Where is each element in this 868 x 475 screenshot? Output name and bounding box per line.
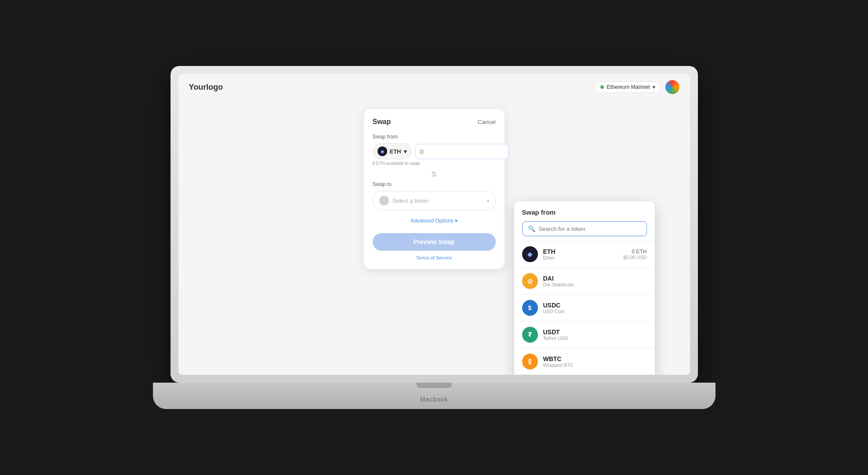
- network-chevron-icon: ▾: [653, 84, 655, 90]
- network-selector[interactable]: Ethereum Mainnet ▾: [595, 81, 661, 93]
- balance-usd: $0.00 USD: [623, 255, 647, 260]
- token-search-panel: Swap from 🔍 ◆ETHEther0 ETH$0.00 USD◎DAID…: [514, 201, 655, 375]
- token-symbol: USDT: [543, 329, 647, 336]
- preview-swap-button[interactable]: Preview Swap: [373, 233, 496, 251]
- token-symbol: USDC: [543, 302, 647, 309]
- token-icon: ◆: [522, 246, 538, 262]
- terms-link[interactable]: Terms of Service: [373, 255, 496, 260]
- token-list-item[interactable]: ₮USDTTether USD: [514, 321, 655, 348]
- balance-amount: 0 ETH: [623, 248, 647, 255]
- token-icon: ₿: [522, 354, 538, 369]
- token-icon: ₮: [522, 327, 538, 343]
- token-symbol: ETH: [543, 248, 618, 255]
- token-name: Ether: [543, 255, 618, 260]
- token-list-item[interactable]: ◆ETHEther0 ETH$0.00 USD: [514, 241, 655, 267]
- cancel-button[interactable]: Cancel: [478, 119, 495, 125]
- panel-header: Swap from 🔍: [514, 201, 655, 241]
- swap-from-row: ◆ ETH ▾: [373, 143, 496, 159]
- token-search-input[interactable]: [539, 226, 641, 232]
- network-label: Ethereum Mainnet: [607, 84, 650, 90]
- token-symbol: WBTC: [543, 355, 647, 362]
- app-logo: Yourlogo: [189, 83, 223, 92]
- swap-card-title: Swap: [373, 118, 391, 126]
- app-header: Yourlogo Ethereum Mainnet ▾: [178, 74, 690, 100]
- swap-card: Swap Cancel Swap from ◆ ETH ▾ 0 ETH avai…: [364, 109, 505, 269]
- token-name: Wrapped BTC: [543, 362, 647, 368]
- from-token-selector[interactable]: ◆ ETH ▾: [373, 143, 412, 159]
- available-balance-text: 0 ETH available to swap: [373, 161, 496, 166]
- advanced-options-button[interactable]: Advanced Options ▾: [410, 218, 458, 224]
- token-info: ETHEther: [543, 248, 618, 260]
- token-list-item[interactable]: ₿WBTCWrapped BTC: [514, 348, 655, 375]
- swap-to-section: Swap to Select a token ▾: [373, 181, 496, 210]
- amount-input[interactable]: [415, 144, 508, 159]
- app-screen: Yourlogo Ethereum Mainnet ▾ Swap: [178, 74, 690, 375]
- token-info: WBTCWrapped BTC: [543, 355, 647, 368]
- macbook-label: Macbook: [420, 396, 448, 403]
- header-right: Ethereum Mainnet ▾: [595, 80, 679, 94]
- token-icon: ◎: [522, 273, 538, 289]
- laptop-body: Yourlogo Ethereum Mainnet ▾ Swap: [171, 66, 698, 383]
- laptop-base: Macbook: [153, 383, 715, 409]
- laptop-wrapper: Yourlogo Ethereum Mainnet ▾ Swap: [171, 66, 698, 409]
- token-balance: 0 ETH$0.00 USD: [623, 248, 647, 260]
- to-token-selector[interactable]: Select a token ▾: [373, 191, 496, 210]
- panel-title: Swap from: [522, 208, 647, 216]
- token-symbol: DAI: [543, 275, 647, 282]
- search-input-wrapper: 🔍: [522, 221, 647, 236]
- user-avatar[interactable]: [665, 80, 679, 94]
- swap-to-label: Swap to: [373, 181, 496, 187]
- token-name: Dai Stablecoin: [543, 282, 647, 287]
- token-info: DAIDai Stablecoin: [543, 275, 647, 287]
- token-name: Tether USD: [543, 336, 647, 341]
- from-token-chevron-icon: ▾: [404, 148, 407, 155]
- token-placeholder-icon: [379, 196, 389, 205]
- token-name: USD Coin: [543, 309, 647, 314]
- network-status-dot: [600, 85, 604, 89]
- swap-direction-icon: ⇅: [373, 170, 496, 179]
- swap-card-header: Swap Cancel: [373, 118, 496, 126]
- token-list-item[interactable]: $USDCUSD Coin: [514, 294, 655, 321]
- advanced-options-section: Advanced Options ▾: [373, 216, 496, 224]
- laptop-notch: [417, 383, 452, 388]
- laptop-screen: Yourlogo Ethereum Mainnet ▾ Swap: [178, 74, 690, 375]
- token-info: USDCUSD Coin: [543, 302, 647, 314]
- search-icon: 🔍: [528, 225, 535, 232]
- from-token-symbol: ETH: [390, 148, 401, 155]
- to-token-chevron-icon: ▾: [487, 198, 489, 203]
- select-token-text: Select a token: [392, 197, 483, 204]
- eth-icon: ◆: [378, 146, 387, 156]
- swap-from-label: Swap from: [373, 134, 496, 140]
- token-list-item[interactable]: ◎DAIDai Stablecoin: [514, 267, 655, 294]
- token-icon: $: [522, 300, 538, 316]
- token-info: USDTTether USD: [543, 329, 647, 341]
- token-list: ◆ETHEther0 ETH$0.00 USD◎DAIDai Stablecoi…: [514, 241, 655, 375]
